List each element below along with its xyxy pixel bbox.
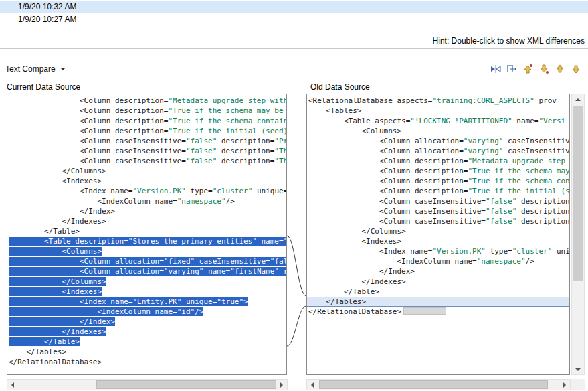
code-line[interactable]: <Column description="Metadata upgrade st…	[308, 156, 569, 166]
scroll-left-button[interactable]	[307, 380, 318, 390]
code-line[interactable]: <Column allocation="varying" name="first…	[9, 266, 286, 277]
scroll-up-button[interactable]	[573, 94, 583, 104]
code-line[interactable]: </Indexes>	[308, 277, 569, 287]
diff-connector-lines	[287, 94, 306, 375]
code-line[interactable]: <Index name="Version.PK" type="cluster" …	[308, 246, 569, 256]
code-line[interactable]: <IndexColumn name="namespace"/>	[9, 196, 286, 206]
switch-direction-icon[interactable]	[488, 63, 502, 75]
left-horizontal-scrollbar[interactable]	[7, 379, 288, 390]
arrow-left-icon	[308, 382, 314, 388]
code-line[interactable]: <Table description="Stores the primary e…	[9, 236, 286, 246]
code-line[interactable]: </Columns>	[308, 226, 569, 236]
code-line[interactable]: <RelationalDatabase aspects="training:CO…	[308, 96, 569, 106]
code-line[interactable]: </Tables>	[9, 347, 286, 357]
code-line[interactable]: <Column allocation="varying" caseInsensi…	[308, 136, 569, 146]
arrow-right-icon	[280, 382, 286, 388]
toolbar-icons	[486, 63, 583, 75]
arrow-left-icon	[9, 382, 14, 388]
code-line[interactable]: <Column allocation="fixed" caseInsensiti…	[9, 256, 286, 266]
history-list: 1/9/20 10:32 AM1/9/20 10:27 AM	[0, 1, 588, 26]
code-line[interactable]: <Column caseInsensitive="false" descript…	[308, 206, 569, 216]
code-line[interactable]: </Index>	[9, 317, 286, 327]
arrow-right-icon	[563, 382, 569, 388]
arrow-down-icon	[575, 368, 581, 374]
old-data-source-pane[interactable]: <RelationalDatabase aspects="training:CO…	[306, 94, 570, 375]
scroll-right-button[interactable]	[559, 380, 570, 390]
code-line[interactable]: </Table>	[9, 337, 286, 347]
code-line[interactable]: <Index name="Entity.PK" unique="true">	[9, 297, 286, 307]
code-line[interactable]: </Columns>	[9, 277, 286, 287]
history-row[interactable]: 1/9/20 10:32 AM	[0, 1, 588, 13]
current-data-source-pane[interactable]: <Column description="Metadata upgrade st…	[7, 94, 287, 375]
code-line[interactable]: <IndexColumn name="namespace"/>	[308, 256, 569, 266]
compare-toolbar: Text Compare	[0, 59, 588, 79]
code-line[interactable]: <Columns>	[9, 246, 286, 256]
left-pane-title: Current Data Source	[7, 82, 80, 92]
code-line[interactable]: <Column description="True if the schema …	[308, 166, 569, 176]
code-line[interactable]: </RelationalDatabase>	[9, 357, 286, 367]
code-line[interactable]: <IndexColumn name="id"/>	[9, 307, 286, 317]
insertion-placeholder	[403, 307, 446, 315]
code-line[interactable]: <Indexes>	[9, 176, 286, 186]
divider	[0, 48, 588, 49]
next-change-icon[interactable]	[569, 63, 583, 75]
vertical-scrollbar[interactable]	[571, 94, 585, 375]
scrollbar-thumb[interactable]	[96, 380, 277, 389]
code-line[interactable]: <Column caseInsensitive="false" descript…	[9, 156, 286, 166]
code-line[interactable]: </Table>	[9, 226, 286, 236]
code-line[interactable]: <Column description="True if the initial…	[9, 126, 286, 136]
previous-change-icon[interactable]	[553, 63, 567, 75]
code-line[interactable]: <Indexes>	[308, 236, 569, 246]
divider	[0, 58, 588, 58]
code-line[interactable]: <Column caseInsensitive="false" descript…	[9, 136, 286, 146]
code-line[interactable]: <Column allocation="varying" caseInsensi…	[308, 146, 569, 156]
scrollbar-thumb[interactable]	[573, 106, 583, 281]
code-line[interactable]: <Columns>	[308, 126, 569, 136]
code-line[interactable]: <Column description="True if the schema …	[308, 176, 569, 186]
code-line[interactable]: </Indexes>	[9, 327, 286, 337]
text-compare-dropdown[interactable]: Text Compare	[5, 64, 66, 74]
scrollbar-thumb[interactable]	[319, 380, 548, 389]
code-line[interactable]: <Column description="Metadata upgrade st…	[9, 96, 286, 106]
scroll-left-button[interactable]	[7, 380, 18, 390]
code-line[interactable]: </Columns>	[9, 166, 286, 176]
code-line[interactable]: </Index>	[9, 206, 286, 216]
code-line[interactable]: <Column description="True if the schema …	[9, 106, 286, 116]
right-pane-title: Old Data Source	[310, 82, 370, 92]
code-line[interactable]: <Column description="True if the schema …	[9, 116, 286, 126]
previous-difference-icon[interactable]	[520, 63, 534, 75]
code-line[interactable]: </Index>	[308, 266, 569, 277]
code-line[interactable]: <Column caseInsensitive="false" descript…	[308, 196, 569, 206]
code-line[interactable]: <Index name="Version.PK" type="cluster" …	[9, 186, 286, 196]
arrow-up-icon	[575, 96, 581, 101]
copy-all-right-icon[interactable]	[504, 63, 518, 75]
text-compare-label: Text Compare	[5, 64, 56, 74]
scroll-right-button[interactable]	[276, 380, 287, 390]
scrollbar-corner	[571, 379, 585, 390]
code-line[interactable]: <Indexes>	[9, 287, 286, 297]
code-line[interactable]: </Table>	[308, 287, 569, 297]
code-line[interactable]: </Tables>	[307, 297, 569, 307]
hint-text: Hint: Double-click to show XML differenc…	[433, 36, 585, 46]
scroll-down-button[interactable]	[573, 364, 583, 374]
next-difference-icon[interactable]	[536, 63, 551, 75]
code-line[interactable]: <Column description="True if the initial…	[308, 186, 569, 196]
right-horizontal-scrollbar[interactable]	[306, 379, 571, 390]
code-line[interactable]: <Tables>	[308, 106, 569, 116]
code-line[interactable]: </RelationalDatabase>	[308, 307, 569, 317]
code-line[interactable]: <Column caseInsensitive="false" descript…	[308, 216, 569, 226]
code-line[interactable]: <Column caseInsensitive="false" descript…	[9, 146, 286, 156]
history-row[interactable]: 1/9/20 10:27 AM	[0, 13, 588, 26]
code-line[interactable]: </Indexes>	[9, 216, 286, 226]
chevron-down-icon	[60, 68, 66, 73]
code-line[interactable]: <Table aspects="!LOCKING !PARTITIONED" n…	[308, 116, 569, 126]
